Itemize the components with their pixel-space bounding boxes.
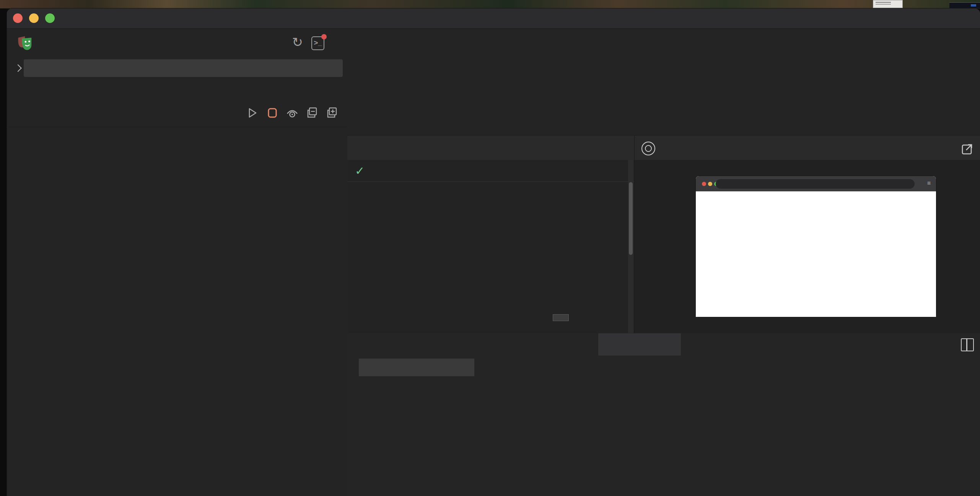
snapshot-menu-icon: ≡ [927,180,931,187]
stop-button[interactable] [265,105,279,121]
minimize-window-button[interactable] [29,13,39,23]
watch-all-icon[interactable] [285,105,299,121]
network-table [347,380,980,496]
background-window-fragment [873,0,903,8]
network-filter-input[interactable] [359,359,474,376]
snapshot-tabstrip [635,135,980,160]
snapshot-url [716,179,915,189]
divider [7,127,347,127]
actions-scrollbar[interactable] [628,160,633,333]
playwright-logo-icon [15,34,33,52]
collapse-all-icon[interactable] [305,105,319,121]
notification-dot [321,34,327,39]
sidebar-header: ↻ >_ [7,29,347,57]
snapshot-page-content [696,191,936,317]
actions-panel: ✓ [347,135,635,333]
snapshot-min-dot [708,182,712,186]
pick-locator-icon[interactable] [641,142,655,155]
timeline-panel[interactable] [347,29,980,135]
filter-input[interactable] [24,59,343,77]
details-tabbar [347,333,980,356]
snapshot-close-dot [702,182,706,186]
details-panel [347,333,980,496]
app-window: ↻ >_ [7,8,980,496]
run-progress-row [15,104,339,123]
run-all-button[interactable] [246,105,259,121]
actions-scrollbar-thumb[interactable] [629,182,633,255]
passed-check-icon: ✓ [355,164,365,178]
snapshot-panel: ≡ [635,135,980,333]
open-external-icon[interactable] [961,142,974,157]
test-toolbar [246,105,339,121]
terminal-toggle-icon[interactable]: >_ [311,36,324,50]
sidebar: ↻ >_ [7,29,348,496]
action-tooltip [553,314,569,321]
actions-tabstrip [347,135,634,160]
test-result-row: ✓ [347,160,634,182]
desktop-wallpaper [0,0,980,8]
network-tab-highlight [598,333,681,356]
zoom-window-button[interactable] [45,13,55,23]
close-window-button[interactable] [13,13,23,23]
background-window-fragment-dark [949,2,980,8]
screen: ↻ >_ [0,0,980,496]
expand-all-icon[interactable] [325,105,339,121]
network-filter-row [347,356,980,380]
filter-expand-chevron-icon[interactable] [14,64,22,72]
title-bar [7,8,980,29]
snapshot-browser-chrome: ≡ [696,176,936,191]
background-edge-strip [0,8,7,496]
page-snapshot[interactable]: ≡ [696,176,936,317]
reload-icon[interactable]: ↻ [292,36,303,49]
split-view-icon[interactable] [961,338,974,351]
